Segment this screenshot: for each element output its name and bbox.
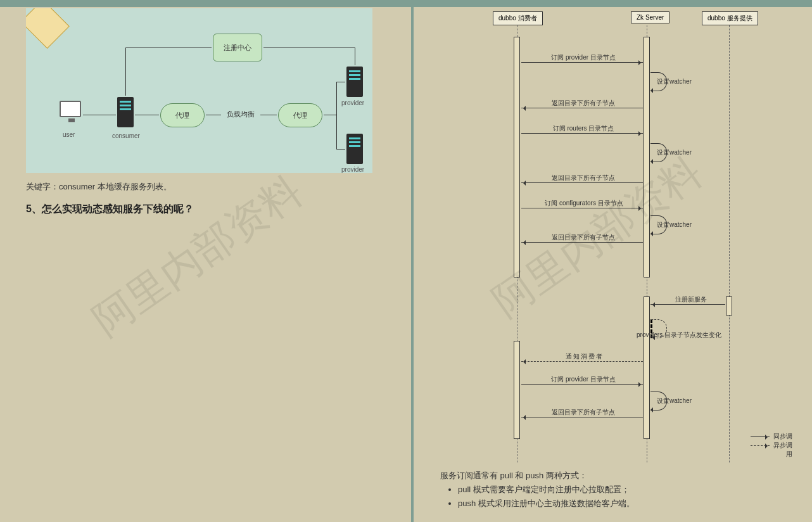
actor-consumer: dubbo 消费者 [493,11,543,25]
user-monitor-icon [60,101,81,117]
conn [83,115,116,115]
legend: 同步调 异步调 用 [751,432,792,459]
flow-diagram: 注册中心 代理 代理 负载均衡 user consumer provider p… [26,8,372,173]
conn [125,48,212,48]
registry-node: 注册中心 [213,34,262,61]
conn [336,82,345,82]
msg-set-watcher-1: 设置watcher [657,77,692,86]
actor-provider: dubbo 服务提供 [702,11,758,25]
conn [324,115,336,115]
arrow [521,62,643,63]
proxy-node-2: 代理 [278,103,322,127]
arrow [521,108,643,108]
page-gutter [411,0,414,522]
page-right: dubbo 消费者 Zk Server dubbo 服务提供 订阅 provid… [406,0,812,522]
arrow [650,304,725,305]
actor-zk: Zk Server [631,11,669,23]
msg-set-watcher-2: 设置watcher [657,148,692,157]
conn [206,115,221,115]
conn [135,115,159,115]
activation-zk-1 [644,37,650,277]
legend-yong: 用 [786,450,792,459]
arrow [521,133,643,134]
heading-5: 5、怎么实现动态感知服务下线的呢？ [26,203,194,216]
provider-label-2: provider [341,166,364,173]
activation-zk-2 [644,296,650,439]
activation-provider [726,296,732,315]
msg-sub-provider-2: 订阅 provider 目录节点 [533,375,634,384]
body-li2: push 模式采用注册中心主动推送数据给客户端。 [458,497,635,511]
legend-async: 异步调 [773,441,792,450]
caption-text: 关键字：consumer 本地缓存服务列表。 [26,181,172,193]
conn [125,48,126,96]
arrow [521,242,643,243]
top-strip [0,0,812,7]
msg-set-watcher-4: 设置watcher [657,397,692,405]
legend-solid-arrow-icon [751,436,770,437]
arrow-dash [521,361,643,362]
provider-label-1: provider [341,99,364,106]
activation-consumer-1 [514,37,520,277]
msg-return-2: 返回目录下所有子节点 [533,174,634,182]
arrow [521,208,643,208]
proxy-node-1: 代理 [160,103,205,127]
msg-return-1: 返回目录下所有子节点 [533,99,634,108]
arrow [521,417,643,417]
provider-server-icon-2 [346,134,363,164]
msg-return-4: 返回目录下所有子节点 [533,408,634,417]
msg-notify-consumer: 通知消费者 [540,352,629,361]
conn [355,48,355,65]
body-intro: 服务订阅通常有 pull 和 push 两种方式： [440,469,635,483]
user-label: user [63,131,75,138]
legend-dash-arrow-icon [751,445,770,446]
lifeline-provider [729,25,730,462]
consumer-label: consumer [112,132,140,139]
conn [263,48,355,48]
msg-return-3: 返回目录下所有子节点 [533,233,634,242]
msg-sub-configurators: 订阅 configurators 目录节点 [525,199,643,208]
body-text: 服务订阅通常有 pull 和 push 两种方式： pull 模式需要客户端定时… [440,469,635,511]
sequence-diagram: dubbo 消费者 Zk Server dubbo 服务提供 订阅 provid… [431,11,805,461]
conn [336,149,345,150]
msg-sub-routers: 订阅 routers 目录节点 [533,124,634,133]
msg-set-watcher-3: 设置watcher [657,220,692,229]
load-balance-label: 负载均衡 [222,110,260,119]
conn [336,82,337,149]
conn [260,115,277,115]
msg-providers-changed: providers 目录子节点发生变化 [612,331,745,340]
msg-sub-provider: 订阅 provider 目录节点 [533,53,634,62]
page-left: 注册中心 代理 代理 负载均衡 user consumer provider p… [0,0,406,522]
legend-sync: 同步调 [773,432,792,441]
arrow [521,384,643,385]
activation-consumer-2 [514,341,520,439]
consumer-server-icon [117,97,134,127]
msg-register-new: 注册新服务 [659,295,723,304]
body-li1: pull 模式需要客户端定时向注册中心拉取配置； [458,483,635,497]
provider-server-icon-1 [346,67,363,97]
load-balance-node [26,8,70,49]
arrow [521,182,643,183]
